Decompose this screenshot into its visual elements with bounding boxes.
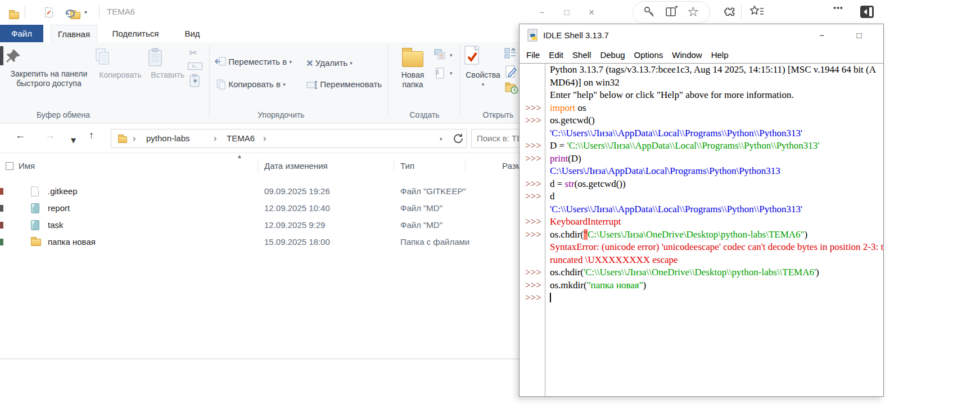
prompt-gutter-cell: >>>: [520, 114, 545, 127]
shell-line-text: [545, 292, 551, 305]
tab-file-menu[interactable]: Файл: [0, 25, 43, 42]
tab-share[interactable]: Поделиться: [105, 25, 166, 42]
prompt-gutter-cell: >>>: [520, 190, 545, 203]
divider: [99, 6, 100, 18]
shell-line-text: 'C:\\Users\\Лиза\\AppData\\Local\\Progra…: [545, 127, 802, 140]
undo-icon[interactable]: [64, 7, 76, 18]
up-button[interactable]: ↑: [89, 129, 94, 141]
shell-text-area[interactable]: Python 3.13.7 (tags/v3.13.7:bcee1c3, Aug…: [520, 63, 883, 396]
edit-icon[interactable]: [505, 65, 517, 78]
breadcrumb-item-tema6[interactable]: ТЕМА6: [227, 129, 255, 147]
nav-history-dropdown-icon[interactable]: ▾: [71, 134, 76, 146]
shell-line: runcated \UXXXXXXXX escape: [520, 254, 883, 267]
breadcrumb-folder-icon: [118, 136, 127, 143]
divider: [25, 6, 25, 18]
shell-line-text: d = str(os.getcwd()): [545, 178, 626, 191]
favorites-bar-icon[interactable]: [749, 5, 765, 19]
browser-menu-dots-icon[interactable]: •••: [833, 3, 843, 12]
chevron-right-icon: ›: [214, 129, 216, 147]
easy-access-icon[interactable]: [434, 49, 446, 60]
breadcrumb[interactable]: › python-labs › ТЕМА6 › ▾: [111, 129, 467, 148]
group-label-clipboard: Буфер обмена: [22, 110, 104, 119]
prompt-gutter-cell: [520, 127, 545, 140]
paste-shortcut-icon[interactable]: [189, 74, 200, 87]
menu-item-window[interactable]: Window: [672, 47, 702, 63]
column-header-date[interactable]: Дата изменения: [264, 158, 328, 175]
breadcrumb-item-python-labs[interactable]: python-labs: [146, 129, 190, 147]
password-key-icon[interactable]: [642, 5, 656, 19]
column-header-type[interactable]: Тип: [400, 158, 414, 175]
menu-item-shell[interactable]: Shell: [572, 47, 591, 63]
quick-access-properties-icon[interactable]: [45, 7, 53, 17]
idle-maximize-button[interactable]: □: [851, 28, 867, 43]
refresh-icon[interactable]: [452, 132, 464, 145]
properties-button[interactable]: Свойства ▾: [463, 46, 503, 90]
back-button[interactable]: ←: [15, 129, 25, 141]
file-type-icon: [31, 183, 39, 200]
prompt-gutter-cell: [520, 64, 545, 77]
group-label-open: Открыть: [476, 110, 521, 119]
idle-window-title: IDLE Shell 3.13.7: [543, 30, 609, 40]
window-title: ТЕМА6: [107, 7, 135, 16]
chevron-down-icon: ▾: [350, 60, 353, 66]
open-options-icon[interactable]: [504, 48, 517, 59]
shell-line-text: d: [545, 190, 555, 203]
copy-to-button[interactable]: Копировать в ▾: [215, 79, 286, 90]
sort-ascending-icon: ▲: [237, 153, 242, 159]
chevron-down-icon: ▾: [450, 52, 453, 58]
rename-button[interactable]: Переименовать: [306, 79, 382, 89]
cut-icon[interactable]: ✂: [189, 47, 197, 59]
shell-line: C:\Users\Лиза\AppData\Local\Programs\Pyt…: [520, 165, 883, 178]
background-window-sliver: [0, 222, 3, 229]
menu-item-debug[interactable]: Debug: [600, 47, 625, 63]
file-type-cell: Папка с файлами: [400, 234, 469, 251]
divider: [741, 6, 742, 19]
paste-button[interactable]: Вставить: [147, 48, 188, 80]
idle-minimize-button[interactable]: −: [814, 28, 830, 43]
split-screen-icon[interactable]: [665, 5, 678, 19]
delete-button[interactable]: × Удалить ▾: [306, 57, 353, 70]
properties-icon: [463, 46, 503, 67]
menu-item-help[interactable]: Help: [711, 47, 729, 63]
shell-line-text: print(D): [545, 153, 581, 166]
address-dropdown-icon[interactable]: ▾: [440, 136, 442, 142]
menu-item-file[interactable]: File: [526, 47, 540, 63]
file-type-icon: [31, 200, 39, 217]
history-icon[interactable]: [505, 82, 518, 94]
chevron-down-icon: ▾: [450, 70, 453, 76]
shell-line: >>>os.chdir("C:\Users\Лиза\OneDrive\Desk…: [520, 229, 883, 241]
sidebar-toggle-icon[interactable]: [859, 4, 875, 20]
menu-item-edit[interactable]: Edit: [549, 47, 563, 63]
quick-access-dropdown-icon[interactable]: ▾: [84, 9, 87, 15]
copy-path-icon[interactable]: \\...: [188, 62, 202, 70]
new-item-icon[interactable]: [435, 67, 445, 79]
new-folder-button[interactable]: Новая папка: [394, 47, 432, 90]
tab-home[interactable]: Главная: [51, 25, 97, 42]
extensions-icon[interactable]: [723, 5, 738, 19]
forward-button[interactable]: →: [45, 129, 55, 141]
shell-line-text: MD64)] on win32: [545, 77, 620, 90]
idle-titlebar: IDLE Shell 3.13.7 − □: [520, 24, 883, 47]
group-label-organize: Упорядочить: [236, 110, 326, 119]
file-type-cell: Файл "GITKEEP": [400, 183, 466, 200]
select-all-checkbox[interactable]: [6, 162, 13, 170]
clipboard-icon: [147, 48, 188, 67]
new-folder-icon: [402, 51, 423, 67]
shell-line: MD64)] on win32: [520, 77, 883, 90]
shell-line-text: os.getcwd(): [545, 114, 595, 127]
move-to-button[interactable]: Переместить в ▾: [215, 57, 292, 67]
pin-to-quick-access-button[interactable]: Закрепить на панели быстрого доступа: [4, 48, 93, 88]
divider: [388, 46, 389, 118]
prompt-gutter-cell: >>>: [520, 216, 545, 229]
explorer-minimize-button[interactable]: −: [533, 5, 551, 20]
explorer-close-button[interactable]: ×: [582, 5, 600, 20]
explorer-maximize-button[interactable]: □: [558, 5, 576, 20]
favorite-star-icon[interactable]: ☆: [687, 5, 699, 19]
file-date-cell: 12.09.2025 10:40: [264, 200, 330, 217]
menu-item-options[interactable]: Options: [634, 47, 663, 63]
tab-view[interactable]: Вид: [175, 25, 209, 42]
column-header-name[interactable]: Имя: [19, 158, 35, 175]
prompt-gutter-cell: >>>: [520, 266, 545, 279]
copy-button[interactable]: Копировать: [94, 48, 146, 80]
shell-line: SyntaxError: (unicode error) 'unicodeesc…: [520, 241, 883, 254]
